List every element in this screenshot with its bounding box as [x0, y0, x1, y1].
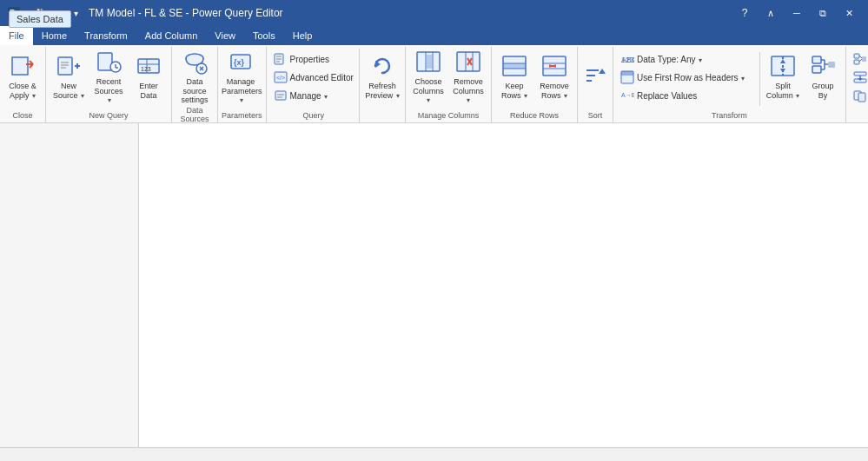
menu-item-add-column[interactable]: Add Column [136, 26, 207, 45]
svg-rect-6 [58, 57, 72, 75]
manage-query-button[interactable]: Manage ▾ [270, 87, 357, 104]
split-column-button[interactable]: SplitColumn ▾ [764, 49, 802, 104]
window-controls: ? ∧ ─ ⧉ ✕ [732, 4, 861, 22]
svg-rect-67 [812, 56, 821, 63]
menu-item-transform[interactable]: Transform [76, 26, 136, 45]
merge-queries-icon [853, 52, 867, 66]
manage-query-icon [274, 89, 288, 102]
data-grid-area [139, 123, 868, 447]
properties-label: Properties [290, 55, 330, 64]
restore-button[interactable]: ⧉ [811, 4, 835, 22]
refresh-preview-icon [368, 52, 396, 80]
split-column-icon [769, 52, 797, 80]
manage-parameters-label: ManageParameters ▾ [222, 77, 260, 105]
ribbon-group-data-sources: Data sourcesettings Data Sources [172, 47, 218, 122]
group-by-icon [809, 52, 837, 80]
menu-item-home[interactable]: Home [33, 26, 76, 45]
remove-rows-label: RemoveRows ▾ [540, 82, 569, 101]
menu-item-tools[interactable]: Tools [244, 26, 284, 45]
svg-rect-61 [621, 71, 633, 76]
ribbon-group-close: Close &Apply ▾ Close [0, 47, 46, 122]
split-column-label: SplitColumn ▾ [766, 82, 800, 101]
remove-columns-button[interactable]: RemoveColumns ▾ [449, 49, 487, 104]
sort-button[interactable] [581, 49, 609, 104]
help-button[interactable]: ? [732, 4, 757, 22]
remove-columns-label: RemoveColumns ▾ [451, 77, 486, 105]
svg-text:{x}: {x} [234, 58, 245, 67]
replace-values-button[interactable]: A→B Replace Values [617, 87, 756, 104]
ribbon-collapse-button[interactable]: ∧ [759, 4, 783, 22]
enter-data-button[interactable]: 123 EnterData [129, 49, 168, 104]
replace-values-label: Replace Values [637, 91, 697, 101]
menu-item-view[interactable]: View [206, 26, 244, 45]
combine-files-button[interactable]: Combine Files ▾ [850, 87, 868, 104]
merge-queries-button[interactable]: Merge Queries ▾ [850, 50, 868, 68]
replace-values-icon: A→B [620, 89, 634, 102]
refresh-preview-label: RefreshPreview ▾ [365, 82, 400, 101]
use-first-row-button[interactable]: Use First Row as Headers ▾ [617, 69, 756, 86]
advanced-editor-button[interactable]: </> Advanced Editor [270, 69, 357, 86]
svg-rect-78 [862, 56, 866, 62]
svg-rect-75 [854, 60, 859, 64]
new-source-button[interactable]: NewSource ▾ [50, 49, 88, 104]
ribbon-group-parameters-content: {x} ManageParameters ▾ [222, 49, 262, 109]
status-bar [0, 447, 868, 461]
menu-item-help[interactable]: Help [284, 26, 321, 45]
group-by-button[interactable]: GroupBy [804, 49, 842, 104]
keep-rows-label: KeepRows ▾ [501, 82, 527, 101]
ribbon-group-reduce-rows-label: Reduce Rows [495, 109, 573, 122]
ribbon-group-data-sources-content: Data sourcesettings [176, 49, 214, 104]
manage-parameters-button[interactable]: {x} ManageParameters ▾ [222, 49, 260, 104]
ribbon-group-close-content: Close &Apply ▾ [3, 49, 42, 109]
remove-rows-button[interactable]: RemoveRows ▾ [535, 49, 573, 104]
close-apply-button[interactable]: Close &Apply ▾ [3, 49, 42, 104]
ribbon-group-sort: Sort [578, 47, 613, 122]
recent-sources-button[interactable]: RecentSources ▾ [89, 49, 128, 104]
svg-text:123: 123 [621, 56, 634, 64]
choose-columns-icon [414, 48, 442, 76]
data-type-icon: ABC 123 [620, 52, 634, 66]
ribbon-group-transform-label: Transform [617, 109, 842, 122]
ribbon-group-new-query: NewSource ▾ RecentSources ▾ [46, 47, 172, 122]
refresh-preview-button[interactable]: RefreshPreview ▾ [363, 49, 401, 104]
choose-columns-label: ChooseColumns ▾ [411, 77, 446, 105]
svg-rect-84 [858, 93, 865, 102]
svg-text:123: 123 [141, 66, 151, 72]
ribbon-group-reduce-rows: KeepRows ▾ RemoveRows ▾ Reduce Rows [492, 47, 578, 122]
menu-bar: File Home Transform Add Column View Tool… [0, 26, 868, 45]
ribbon-group-refresh-label [363, 118, 401, 122]
data-source-settings-label: Data sourcesettings [177, 77, 212, 105]
data-source-settings-button[interactable]: Data sourcesettings [176, 49, 214, 104]
ribbon-group-sort-label: Sort [581, 109, 609, 122]
ribbon-group-query: Properties </> Advanced Editor [267, 47, 406, 122]
data-type-button[interactable]: ABC 123 Data Type: Any ▾ [617, 50, 756, 68]
ribbon-group-manage-columns-label: Manage Columns [409, 109, 487, 122]
combine-small-group: Merge Queries ▾ Append Queries ▾ [850, 49, 868, 104]
svg-marker-57 [599, 69, 606, 74]
append-queries-button[interactable]: Append Queries ▾ [850, 69, 868, 86]
properties-icon [274, 52, 288, 66]
ribbon: Close &Apply ▾ Close NewSource ▾ [0, 45, 868, 123]
ribbon-group-close-label: Close [3, 109, 42, 122]
ribbon-group-query-content: Properties </> Advanced Editor [270, 49, 357, 109]
choose-columns-button[interactable]: ChooseColumns ▾ [409, 49, 447, 104]
ribbon-group-query-label: Query [270, 109, 357, 122]
properties-button[interactable]: Properties [270, 50, 357, 68]
advanced-editor-label: Advanced Editor [290, 73, 354, 82]
svg-rect-73 [828, 62, 835, 68]
title-bar: P 💾 ↩ ▾ TM Model - FL & SE - Power Query… [0, 0, 868, 26]
keep-rows-icon [500, 52, 528, 80]
main-area: Sales Data [0, 123, 868, 447]
svg-rect-68 [812, 66, 821, 73]
use-first-row-icon [620, 70, 634, 84]
enter-data-icon: 123 [135, 52, 162, 80]
keep-rows-button[interactable]: KeepRows ▾ [495, 49, 533, 104]
close-button[interactable]: ✕ [837, 4, 861, 22]
query-small-group: Properties </> Advanced Editor [270, 49, 357, 104]
ribbon-group-combine-label: Combine [850, 109, 868, 122]
minimize-button[interactable]: ─ [785, 4, 809, 22]
menu-item-file[interactable]: File [0, 26, 33, 45]
svg-rect-2 [12, 57, 28, 75]
svg-rect-40 [457, 52, 480, 71]
recent-sources-icon [95, 48, 123, 76]
